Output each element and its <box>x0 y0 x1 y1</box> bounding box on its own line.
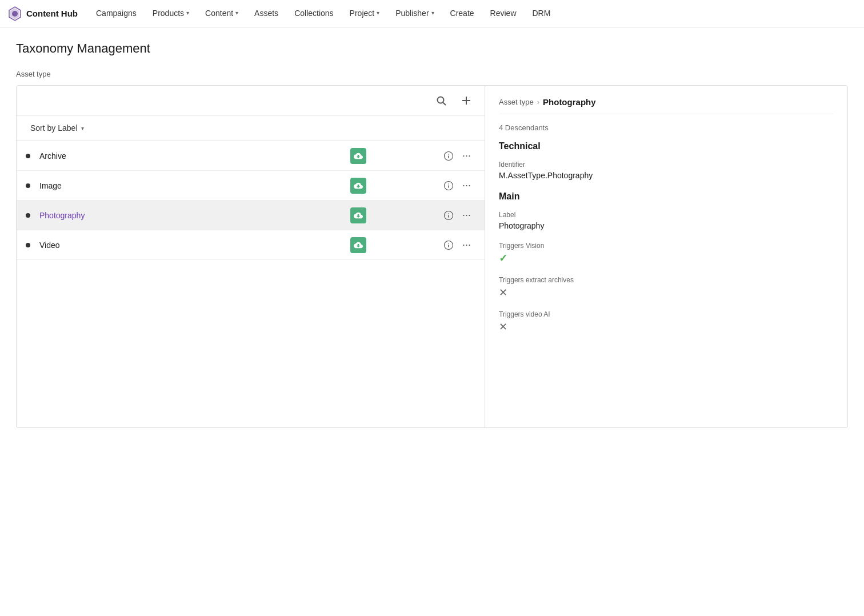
nav-create[interactable]: Create <box>443 0 481 27</box>
triggers-extract-archives-field: Triggers extract archives ✕ <box>499 276 834 299</box>
label-field-value: Photography <box>499 221 834 230</box>
x-icon: ✕ <box>499 321 507 333</box>
bullet-icon <box>26 243 30 247</box>
svg-point-0 <box>12 11 18 17</box>
asset-type-label: Asset type <box>16 70 848 78</box>
more-button-photography[interactable]: ··· <box>458 207 475 223</box>
nav-drm[interactable]: DRM <box>526 0 558 27</box>
left-panel: Sort by Label ▾ Archive <box>17 86 485 427</box>
item-label-image: Image <box>39 181 350 190</box>
chevron-down-icon: ▾ <box>431 10 434 16</box>
main-section-title: Main <box>499 191 834 202</box>
identifier-label: Identifier <box>499 161 834 169</box>
item-label-archive: Archive <box>39 151 350 161</box>
list-item-image[interactable]: Image ··· <box>17 171 485 201</box>
green-cloud-icon-photography <box>350 207 366 223</box>
chevron-down-icon: ▾ <box>377 10 379 16</box>
triggers-extract-archives-value: ✕ <box>499 286 834 299</box>
technical-section-title: Technical <box>499 141 834 151</box>
identifier-value: M.AssetType.Photography <box>499 171 834 180</box>
nav-collections[interactable]: Collections <box>287 0 340 27</box>
info-button-photography[interactable] <box>439 206 458 225</box>
item-label-video: Video <box>39 241 350 250</box>
chevron-down-icon: ▾ <box>235 10 238 16</box>
triggers-vision-field: Triggers Vision ✓ <box>499 242 834 265</box>
label-field-label: Label <box>499 211 834 219</box>
more-button-archive[interactable]: ··· <box>458 147 475 164</box>
top-navigation: Content Hub Campaigns Products ▾ Content… <box>0 0 864 27</box>
breadcrumb: Asset type › Photography <box>499 97 834 114</box>
breadcrumb-current: Photography <box>543 97 596 107</box>
chevron-down-icon: ▾ <box>186 10 189 16</box>
triggers-video-ai-value: ✕ <box>499 321 834 333</box>
page-title: Taxonomy Management <box>16 41 848 56</box>
nav-campaigns[interactable]: Campaigns <box>89 0 143 27</box>
asset-type-list: Archive ··· <box>17 141 485 427</box>
breadcrumb-parent[interactable]: Asset type <box>499 98 534 106</box>
nav-review[interactable]: Review <box>483 0 523 27</box>
nav-publisher[interactable]: Publisher ▾ <box>389 0 441 27</box>
list-item-archive[interactable]: Archive ··· <box>17 141 485 171</box>
green-cloud-icon-archive <box>350 148 366 164</box>
svg-point-1 <box>438 97 444 103</box>
app-logo[interactable]: Content Hub <box>7 6 78 22</box>
green-cloud-icon-image <box>350 178 366 194</box>
bullet-icon <box>26 183 30 188</box>
list-item-video[interactable]: Video ··· <box>17 230 485 260</box>
label-field: Label Photography <box>499 211 834 230</box>
sort-dropdown[interactable]: Sort by Label ▾ <box>26 121 89 135</box>
info-button-archive[interactable] <box>439 147 458 165</box>
app-name: Content Hub <box>26 9 78 18</box>
green-cloud-icon-video <box>350 237 366 253</box>
bullet-icon <box>26 154 30 158</box>
identifier-field: Identifier M.AssetType.Photography <box>499 161 834 180</box>
triggers-vision-value: ✓ <box>499 252 834 265</box>
info-button-image[interactable] <box>439 177 458 195</box>
triggers-video-ai-label: Triggers video AI <box>499 310 834 318</box>
left-toolbar <box>17 86 485 115</box>
sort-arrow-icon: ▾ <box>81 125 84 131</box>
right-panel: Asset type › Photography 4 Descendants T… <box>485 86 847 427</box>
list-item-photography[interactable]: Photography ··· <box>17 201 485 230</box>
nav-assets[interactable]: Assets <box>247 0 285 27</box>
triggers-vision-label: Triggers Vision <box>499 242 834 250</box>
sort-bar: Sort by Label ▾ <box>17 115 485 141</box>
more-button-video[interactable]: ··· <box>458 237 475 253</box>
x-icon: ✕ <box>499 287 507 298</box>
page-content: Taxonomy Management Asset type <box>0 27 864 442</box>
search-button[interactable] <box>432 91 450 110</box>
descendants-count: 4 Descendants <box>499 123 834 132</box>
more-button-image[interactable]: ··· <box>458 177 475 194</box>
bullet-icon <box>26 213 30 218</box>
nav-content[interactable]: Content ▾ <box>198 0 245 27</box>
add-button[interactable] <box>457 91 475 110</box>
taxonomy-container: Sort by Label ▾ Archive <box>16 85 848 428</box>
triggers-extract-archives-label: Triggers extract archives <box>499 276 834 284</box>
nav-project[interactable]: Project ▾ <box>343 0 387 27</box>
check-icon: ✓ <box>499 253 507 264</box>
item-label-photography: Photography <box>39 211 350 220</box>
svg-line-2 <box>443 102 446 105</box>
sort-label: Sort by Label <box>30 123 78 133</box>
nav-products[interactable]: Products ▾ <box>146 0 196 27</box>
triggers-video-ai-field: Triggers video AI ✕ <box>499 310 834 333</box>
breadcrumb-separator: › <box>537 98 539 106</box>
info-button-video[interactable] <box>439 236 458 254</box>
